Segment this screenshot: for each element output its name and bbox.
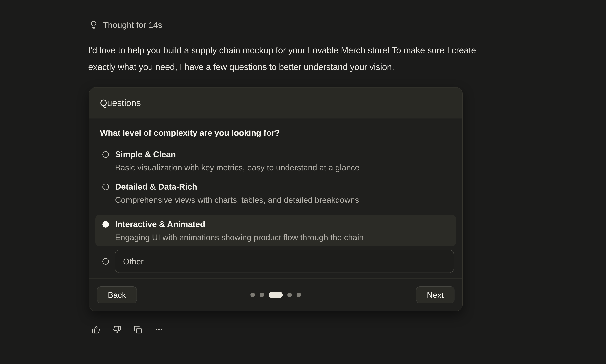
radio-unselected-icon[interactable] <box>102 258 109 265</box>
questions-card: Questions What level of complexity are y… <box>89 87 463 311</box>
thought-indicator[interactable]: Thought for 14s <box>89 20 162 30</box>
option-detailed-data-rich[interactable]: Detailed & Data-Rich Comprehensive views… <box>100 182 452 204</box>
message-line: I'd love to help you build a supply chai… <box>88 42 476 59</box>
option-description: Basic visualization with key metrics, ea… <box>115 163 360 172</box>
message-line: exactly what you need, I have a few ques… <box>88 59 476 75</box>
option-other[interactable] <box>100 250 454 273</box>
other-input[interactable] <box>115 250 454 273</box>
assistant-message: I'd love to help you build a supply chai… <box>88 42 476 75</box>
option-title: Interactive & Animated <box>115 220 364 228</box>
copy-button[interactable] <box>134 325 142 334</box>
card-body: What level of complexity are you looking… <box>89 118 462 273</box>
card-header: Questions <box>89 88 462 118</box>
pagination-dot <box>250 293 255 297</box>
option-interactive-animated[interactable]: Interactive & Animated Engaging UI with … <box>95 215 456 247</box>
question-heading: What level of complexity are you looking… <box>100 128 452 138</box>
pagination-dot <box>296 293 301 297</box>
radio-unselected-icon[interactable] <box>102 151 109 158</box>
lightbulb-icon <box>89 21 98 29</box>
copy-icon <box>134 325 142 334</box>
option-title: Simple & Clean <box>115 150 360 159</box>
option-title: Detailed & Data-Rich <box>115 182 359 191</box>
next-button[interactable]: Next <box>416 286 455 303</box>
back-button[interactable]: Back <box>97 286 137 303</box>
radio-unselected-icon[interactable] <box>102 184 109 190</box>
thumbs-down-icon <box>113 325 121 334</box>
more-options-button[interactable] <box>155 325 163 334</box>
card-title: Questions <box>100 98 141 108</box>
message-actions <box>92 325 163 334</box>
pagination-dots <box>250 292 301 298</box>
thumbs-down-button[interactable] <box>113 325 121 334</box>
pagination-dot-active <box>269 292 283 298</box>
thumbs-up-button[interactable] <box>92 325 100 334</box>
option-description: Comprehensive views with charts, tables,… <box>115 196 359 204</box>
pagination-dot <box>287 293 292 297</box>
ellipsis-icon <box>155 325 163 334</box>
radio-selected-icon[interactable] <box>102 221 109 228</box>
thumbs-up-icon <box>92 325 100 334</box>
card-footer: Back Next <box>89 278 462 311</box>
option-description: Engaging UI with animations showing prod… <box>115 233 364 242</box>
pagination-dot <box>260 293 264 297</box>
thought-label: Thought for 14s <box>103 20 162 30</box>
option-simple-clean[interactable]: Simple & Clean Basic visualization with … <box>100 150 452 172</box>
